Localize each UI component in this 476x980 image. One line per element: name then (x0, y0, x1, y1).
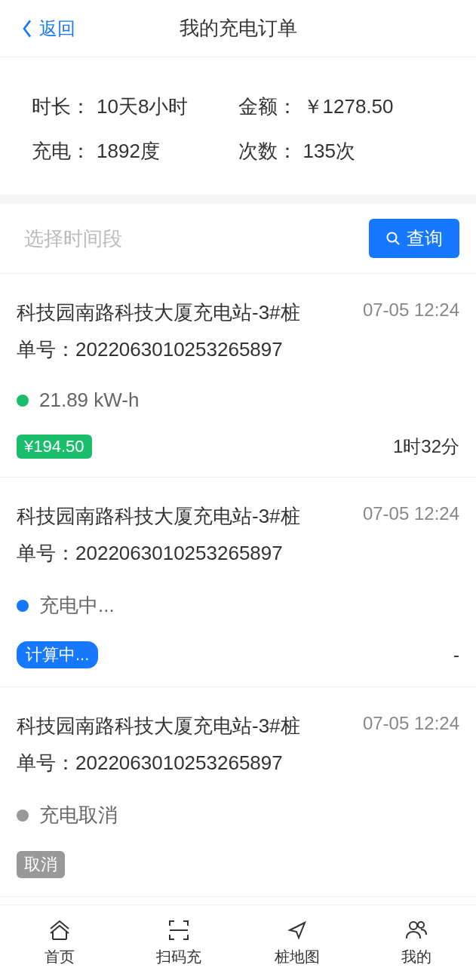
summary-panel: 时长： 10天8小时 金额： ￥1278.50 充电： 1892度 次数： 13… (0, 57, 476, 204)
summary-duration-value: 10天8小时 (97, 94, 188, 120)
order-time: 07-05 12:24 (363, 503, 459, 524)
tab-mine[interactable]: 我的 (357, 905, 476, 980)
order-list: 科技园南路科技大厦充电站-3#桩 07-05 12:24 单号：20220630… (0, 274, 476, 897)
back-button[interactable]: 返回 (0, 17, 75, 41)
order-number: 单号：2022063010253265897 (17, 336, 459, 363)
status-dot-icon (17, 600, 29, 612)
status-text: 充电中... (39, 592, 115, 619)
summary-energy: 充电： 1892度 (32, 138, 238, 164)
search-icon (385, 231, 401, 246)
order-station: 科技园南路科技大厦充电站-3#桩 (17, 713, 300, 739)
order-badge: 计算中... (17, 641, 98, 668)
order-status: 充电中... (17, 592, 459, 619)
summary-energy-label: 充电： (32, 138, 91, 164)
summary-count: 次数： 135次 (238, 138, 445, 164)
order-duration: 1时32分 (393, 435, 459, 459)
navbar: 返回 我的充电订单 (0, 0, 476, 57)
tab-home[interactable]: 首页 (0, 905, 119, 980)
order-badge: ¥194.50 (17, 435, 92, 459)
search-bar: 查询 (0, 204, 476, 274)
tab-map-label: 桩地图 (275, 947, 320, 967)
svg-point-8 (418, 922, 424, 928)
svg-point-0 (388, 233, 397, 242)
back-label: 返回 (39, 17, 75, 41)
summary-count-label: 次数： (238, 138, 297, 164)
query-button[interactable]: 查询 (369, 219, 459, 258)
order-status: 充电取消 (17, 802, 459, 828)
order-badge: 取消 (17, 851, 65, 878)
status-text: 充电取消 (39, 802, 118, 828)
user-icon (404, 918, 428, 942)
summary-duration: 时长： 10天8小时 (32, 94, 238, 120)
summary-amount-value: ￥1278.50 (303, 94, 394, 120)
order-station: 科技园南路科技大厦充电站-3#桩 (17, 503, 300, 530)
status-dot-icon (17, 395, 29, 407)
order-time: 07-05 12:24 (363, 300, 459, 321)
svg-marker-6 (290, 923, 305, 938)
order-duration: - (453, 644, 459, 665)
scan-icon (167, 918, 191, 942)
order-station: 科技园南路科技大厦充电站-3#桩 (17, 300, 300, 326)
tab-scan-label: 扫码充 (156, 947, 201, 967)
summary-amount-label: 金额： (238, 94, 297, 120)
order-number: 单号：2022063010253265897 (17, 750, 459, 776)
order-item[interactable]: 科技园南路科技大厦充电站-3#桩 07-05 12:24 单号：20220630… (0, 687, 476, 897)
order-time: 07-05 12:24 (363, 713, 459, 734)
status-text: 21.89 kW-h (39, 389, 139, 412)
summary-energy-value: 1892度 (97, 138, 160, 164)
navigation-icon (285, 918, 309, 942)
summary-amount: 金额： ￥1278.50 (238, 94, 445, 120)
order-number: 单号：2022063010253265897 (17, 540, 459, 567)
svg-line-1 (395, 241, 399, 244)
query-label: 查询 (407, 226, 443, 250)
date-range-input[interactable] (17, 220, 357, 257)
summary-duration-label: 时长： (32, 94, 91, 120)
summary-count-value: 135次 (303, 138, 355, 164)
tab-scan[interactable]: 扫码充 (119, 905, 238, 980)
svg-point-7 (410, 922, 417, 929)
tab-map[interactable]: 桩地图 (238, 905, 358, 980)
status-dot-icon (17, 809, 29, 822)
tabbar: 首页 扫码充 桩地图 我的 (0, 905, 476, 980)
order-item[interactable]: 科技园南路科技大厦充电站-3#桩 07-05 12:24 单号：20220630… (0, 274, 476, 478)
order-status: 21.89 kW-h (17, 389, 459, 412)
home-icon (48, 918, 72, 942)
order-item[interactable]: 科技园南路科技大厦充电站-3#桩 07-05 12:24 单号：20220630… (0, 478, 476, 687)
tab-home-label: 首页 (45, 947, 75, 967)
chevron-left-icon (21, 20, 33, 38)
tab-mine-label: 我的 (401, 947, 431, 967)
